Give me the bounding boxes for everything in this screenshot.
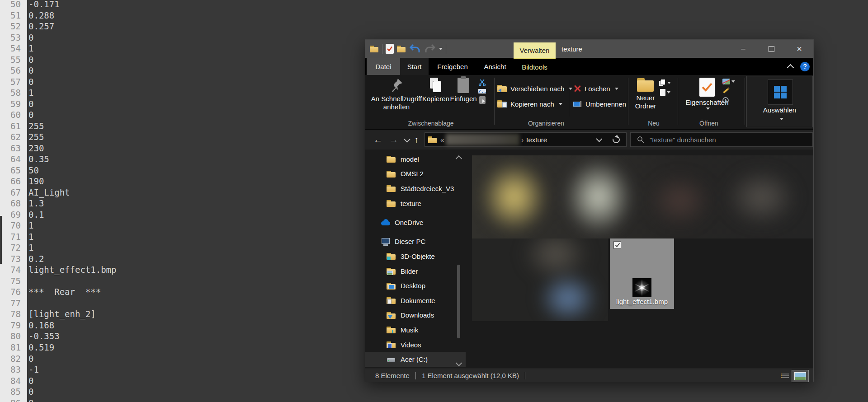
details-view-button[interactable] [781,373,789,380]
breadcrumb-overflow[interactable]: « [440,136,444,144]
sidebar-item-icon [387,184,396,192]
help-button[interactable]: ? [800,62,810,71]
folder-icon[interactable] [370,45,379,53]
back-button[interactable]: ← [373,130,382,150]
delete-button[interactable]: Löschen [573,83,618,94]
move-to-button[interactable]: Verschieben nach [497,83,572,94]
editor-line: 74 light_effect1.bmp [0,264,357,276]
sidebar-item[interactable]: texture [365,196,466,211]
thumbnail-view-button[interactable] [792,370,809,382]
editor-line: 63 230 [0,143,357,154]
line-text: 1.3 [27,198,44,209]
editor-line: 57 0 [0,76,357,88]
line-text: [light_enh_2] [27,309,96,320]
new-folder-icon[interactable] [397,45,406,53]
line-text: 1 [27,231,33,243]
select-label: Auswählen [747,106,812,114]
address-dropdown-icon[interactable] [596,136,602,142]
up-button[interactable]: ↑ [414,130,419,150]
select-group-button[interactable]: Auswählen [746,76,813,127]
sidebar-item-label: Bilder [401,267,418,275]
sub-separator [569,80,569,117]
pin-to-quick-access-button[interactable]: An Schnellzugriffanheften [370,78,423,111]
sidebar-item[interactable]: Musik [365,323,466,337]
sidebar-item[interactable]: OMSI 2 [365,167,466,182]
qat-dropdown-icon[interactable] [439,48,443,50]
search-input[interactable] [649,136,800,144]
line-number: 74 [0,264,27,276]
close-button[interactable]: × [785,40,813,58]
new-folder-button[interactable]: NeuerOrdner [635,78,656,110]
rename-button[interactable]: Umbenennen [573,98,626,109]
maximize-button[interactable] [757,40,785,58]
sidebar-item[interactable]: Videos [365,337,466,352]
sidebar-item[interactable]: Dieser PC [365,234,466,249]
open-image-button[interactable] [722,79,735,84]
sidebar-item[interactable]: Städtedreieck_V3 [365,181,466,196]
sidebar-item-label: Acer (C:) [401,355,428,363]
redo-icon[interactable] [424,44,436,54]
blurred-thumbnails-row2[interactable] [472,238,608,321]
sidebar-item[interactable]: Acer (C:) [365,352,466,367]
copy-icon [429,78,443,93]
easy-access-button[interactable] [659,79,671,86]
sidebar-item[interactable]: Downloads [365,308,466,323]
window-title: texture [561,40,582,58]
collapse-ribbon-icon[interactable] [787,64,794,71]
breadcrumb-separator: › [521,136,524,144]
sidebar-item[interactable]: Desktop [365,278,466,293]
copy-button[interactable]: Kopieren [421,78,450,103]
tab-ansicht[interactable]: Ansicht [476,58,514,75]
edit-icon[interactable] [722,87,730,94]
sidebar-item[interactable]: OneDrive [365,215,466,230]
copy-path-icon[interactable] [478,89,486,93]
copy-to-button[interactable]: Kopieren nach [497,98,562,109]
search-box[interactable] [630,132,813,147]
paste-label: Einfügen [450,95,476,103]
group-separator [628,78,628,125]
minimize-button[interactable]: – [729,40,757,58]
sidebar-item[interactable]: 3D-Objekte [365,249,466,264]
open-small-buttons [722,79,735,103]
line-number: 84 [0,375,27,387]
properties-icon[interactable] [386,44,394,54]
editor-line: 59 0 [0,98,357,110]
forward-button[interactable]: → [389,130,398,150]
file-tile-light-effect1[interactable]: light_effect1.bmp [610,238,674,309]
blurred-thumbnails-row1[interactable] [472,155,813,238]
tab-start[interactable]: Start [400,58,429,75]
sidebar-scrollbar-thumb[interactable] [457,265,460,338]
new-item-button[interactable] [660,89,670,96]
paste-button[interactable]: Einfügen [450,78,476,103]
selection-checkbox[interactable] [613,241,621,249]
rename-label: Umbenennen [585,100,626,108]
dropdown-icon [559,103,562,105]
line-text: light_effect1.bmp [27,264,116,276]
cut-icon[interactable] [478,79,486,86]
separator [382,44,382,54]
title-bar[interactable]: Verwalten texture – × [365,40,813,58]
editor-line: 52 0.257 [0,21,357,32]
sidebar-item[interactable]: Dokumente [365,293,466,308]
address-bar[interactable]: « › texture [425,132,627,147]
paste-shortcut-icon[interactable] [479,96,486,104]
line-text: 0.2 [27,253,44,265]
tab-datei[interactable]: Datei [367,58,400,75]
line-number: 63 [0,143,27,154]
line-number: 54 [0,43,27,54]
sidebar-item[interactable]: Bilder [365,264,466,279]
undo-icon[interactable] [409,44,421,54]
recent-locations-button[interactable] [404,130,409,150]
tab-freigeben[interactable]: Freigeben [429,58,476,75]
editor-line: 51 0.288 [0,10,357,21]
sidebar-item[interactable]: model [365,152,466,167]
history-icon[interactable] [722,97,729,103]
refresh-icon[interactable] [611,135,621,145]
group-label-clipboard: Zwischenablage [392,120,469,127]
breadcrumb-current[interactable]: texture [526,136,547,144]
line-number: 85 [0,386,27,397]
breadcrumb-hidden-path[interactable] [446,134,519,145]
editor-line: 82 0 [0,353,357,365]
tab-bildtools[interactable]: Bildtools [514,58,556,75]
screen: 50 -0.171 51 0.288 52 0.257 53 0 [0,0,868,402]
